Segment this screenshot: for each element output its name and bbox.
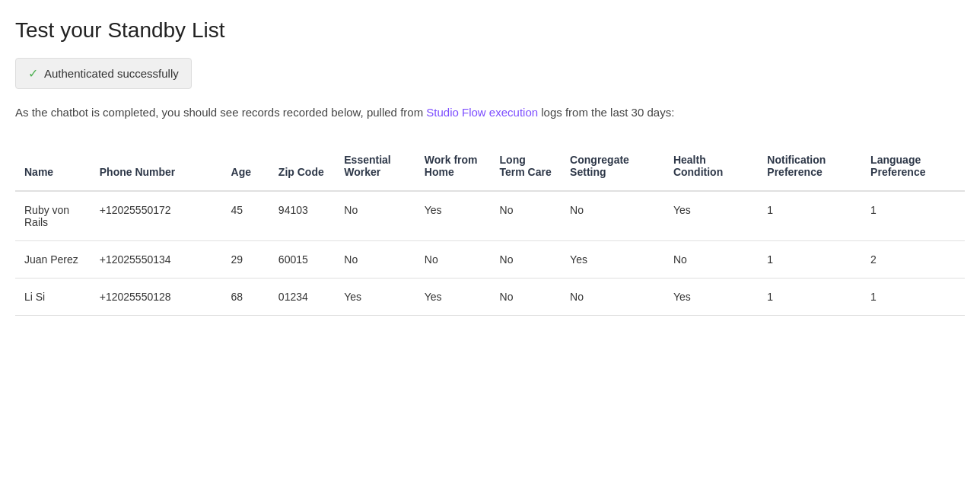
cell-long_term_care-2: No (491, 278, 562, 315)
cell-phone-2: +12025550128 (91, 278, 222, 315)
cell-congregate-1: Yes (561, 240, 664, 278)
cell-language-2: 1 (861, 278, 965, 315)
cell-language-0: 1 (861, 191, 965, 241)
cell-work_from_home-2: Yes (415, 278, 491, 315)
cell-essential-2: Yes (335, 278, 415, 315)
studio-flow-link[interactable]: Studio Flow execution (426, 106, 538, 119)
cell-health-1: No (664, 240, 758, 278)
table-row: Li Si+120255501286801234YesYesNoNoYes11 (15, 278, 965, 315)
cell-long_term_care-1: No (491, 240, 562, 278)
auth-text: Authenticated successfully (44, 67, 179, 80)
cell-work_from_home-1: No (415, 240, 491, 278)
description-before: As the chatbot is completed, you should … (15, 106, 426, 119)
cell-notification-0: 1 (758, 191, 861, 241)
table-row: Ruby von Rails+120255501724594103NoYesNo… (15, 191, 965, 241)
cell-health-0: Yes (664, 191, 758, 241)
records-table: Name Phone Number Age Zip Code Essential… (15, 145, 965, 316)
cell-congregate-0: No (561, 191, 664, 241)
cell-name-0: Ruby von Rails (15, 191, 91, 241)
col-header-name: Name (15, 145, 91, 191)
cell-congregate-2: No (561, 278, 664, 315)
table-row: Juan Perez+120255501342960015NoNoNoYesNo… (15, 240, 965, 278)
description-after: logs from the last 30 days: (538, 106, 674, 119)
col-header-language: Language Preference (861, 145, 965, 191)
cell-age-1: 29 (222, 240, 269, 278)
cell-zip-1: 60015 (269, 240, 335, 278)
col-header-health: Health Condition (664, 145, 758, 191)
cell-phone-0: +12025550172 (91, 191, 222, 241)
cell-name-1: Juan Perez (15, 240, 91, 278)
col-header-work-from-home: Work from Home (415, 145, 491, 191)
auth-badge: ✓ Authenticated successfully (15, 58, 192, 89)
col-header-essential: Essential Worker (335, 145, 415, 191)
cell-language-1: 2 (861, 240, 965, 278)
cell-zip-0: 94103 (269, 191, 335, 241)
cell-health-2: Yes (664, 278, 758, 315)
cell-phone-1: +12025550134 (91, 240, 222, 278)
cell-notification-2: 1 (758, 278, 861, 315)
cell-notification-1: 1 (758, 240, 861, 278)
cell-zip-2: 01234 (269, 278, 335, 315)
cell-work_from_home-0: Yes (415, 191, 491, 241)
page-title: Test your Standby List (15, 18, 965, 43)
cell-essential-0: No (335, 191, 415, 241)
description: As the chatbot is completed, you should … (15, 104, 965, 122)
col-header-long-term-care: Long Term Care (491, 145, 562, 191)
cell-age-2: 68 (222, 278, 269, 315)
col-header-congregate: Congregate Setting (561, 145, 664, 191)
col-header-notification: Notification Preference (758, 145, 861, 191)
col-header-zip: Zip Code (269, 145, 335, 191)
col-header-phone: Phone Number (91, 145, 222, 191)
cell-essential-1: No (335, 240, 415, 278)
table-header-row: Name Phone Number Age Zip Code Essential… (15, 145, 965, 191)
cell-name-2: Li Si (15, 278, 91, 315)
col-header-age: Age (222, 145, 269, 191)
cell-long_term_care-0: No (491, 191, 562, 241)
cell-age-0: 45 (222, 191, 269, 241)
check-icon: ✓ (28, 66, 38, 81)
